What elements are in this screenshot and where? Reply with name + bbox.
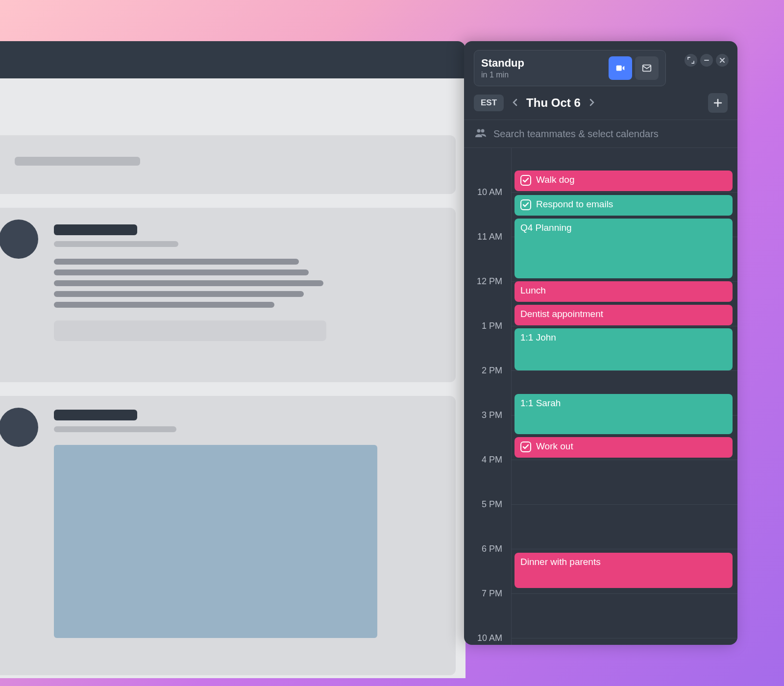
upcoming-event-subtitle: in 1 min bbox=[481, 71, 606, 79]
hour-label: 10 AM bbox=[469, 633, 508, 643]
minimize-button[interactable] bbox=[700, 54, 713, 67]
hour-label: 3 PM bbox=[469, 410, 508, 420]
expand-button[interactable] bbox=[685, 54, 697, 67]
hour-label: 2 PM bbox=[469, 366, 508, 376]
calendar-event[interactable]: 1:1 John bbox=[514, 328, 733, 370]
task-checkbox[interactable] bbox=[520, 199, 531, 210]
event-title: Walk dog bbox=[536, 174, 575, 185]
hour-line bbox=[512, 549, 737, 549]
search-input[interactable] bbox=[493, 128, 727, 140]
calendar-panel: Standup in 1 min EST Thu Oct 6 10 AM11 A… bbox=[464, 41, 737, 645]
date-nav-row: EST Thu Oct 6 bbox=[464, 86, 737, 120]
calendar-event[interactable]: Work out bbox=[514, 437, 733, 458]
upcoming-event-card[interactable]: Standup in 1 min bbox=[474, 50, 666, 86]
task-checkbox[interactable] bbox=[520, 175, 531, 186]
calendar-event[interactable]: Walk dog bbox=[514, 171, 733, 191]
add-event-button[interactable] bbox=[708, 93, 728, 113]
event-title: 1:1 John bbox=[520, 332, 556, 343]
hour-label: 5 PM bbox=[469, 499, 508, 510]
hour-line bbox=[512, 638, 737, 638]
calendar-event[interactable]: 1:1 Sarah bbox=[514, 394, 733, 434]
hour-line bbox=[512, 593, 737, 594]
calendar-event[interactable]: Lunch bbox=[514, 281, 733, 302]
hour-label: 10 AM bbox=[469, 187, 508, 197]
hour-label: 12 PM bbox=[469, 276, 508, 287]
svg-point-4 bbox=[481, 129, 485, 133]
hour-label: 11 AM bbox=[469, 232, 508, 242]
hour-label: 7 PM bbox=[469, 588, 508, 599]
email-button[interactable] bbox=[635, 56, 659, 80]
search-row bbox=[464, 120, 737, 148]
next-day-button[interactable] bbox=[586, 95, 598, 111]
timeline[interactable]: 10 AM11 AM12 PM1 PM2 PM3 PM4 PM5 PM6 PM7… bbox=[464, 148, 737, 645]
event-title: Lunch bbox=[520, 285, 546, 296]
upcoming-event-title: Standup bbox=[481, 57, 606, 70]
svg-rect-1 bbox=[616, 66, 622, 71]
task-checkbox[interactable] bbox=[520, 441, 531, 452]
event-title: Respond to emails bbox=[536, 199, 613, 210]
svg-point-3 bbox=[477, 129, 481, 133]
calendar-event[interactable]: Respond to emails bbox=[514, 195, 733, 216]
close-button[interactable] bbox=[716, 54, 729, 67]
hour-line bbox=[512, 192, 737, 193]
join-video-button[interactable] bbox=[609, 56, 632, 80]
prev-day-button[interactable] bbox=[509, 95, 521, 111]
event-title: Dentist appointment bbox=[520, 309, 603, 319]
timezone-chip[interactable]: EST bbox=[474, 95, 504, 111]
background-topbar bbox=[0, 41, 466, 78]
event-title: 1:1 Sarah bbox=[520, 398, 561, 409]
hour-line bbox=[512, 460, 737, 460]
hour-line bbox=[512, 326, 737, 326]
background-content bbox=[0, 135, 456, 678]
calendar-event[interactable]: Dinner with parents bbox=[514, 553, 733, 588]
hour-line bbox=[512, 370, 737, 371]
current-date: Thu Oct 6 bbox=[526, 96, 581, 110]
hour-label: 1 PM bbox=[469, 321, 508, 331]
calendar-event[interactable]: Dentist appointment bbox=[514, 305, 733, 325]
window-controls bbox=[685, 54, 729, 67]
hour-label: 6 PM bbox=[469, 544, 508, 554]
event-title: Q4 Planning bbox=[520, 222, 572, 233]
background-app-window bbox=[0, 41, 466, 678]
event-title: Dinner with parents bbox=[520, 557, 601, 567]
hour-label: 4 PM bbox=[469, 455, 508, 465]
calendar-event[interactable]: Q4 Planning bbox=[514, 219, 733, 278]
event-title: Work out bbox=[536, 441, 573, 452]
people-icon bbox=[475, 128, 487, 140]
hour-line bbox=[512, 504, 737, 505]
